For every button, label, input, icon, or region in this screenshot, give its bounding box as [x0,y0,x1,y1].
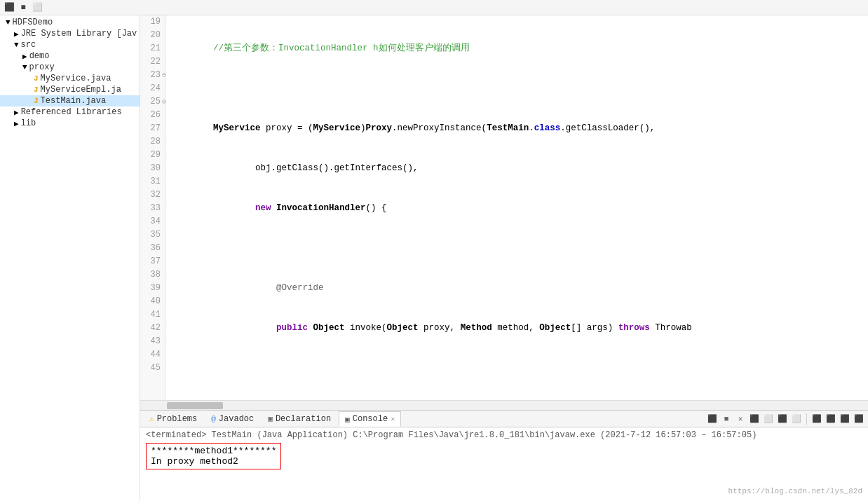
tab-action-buttons: ⬛ ■ ✕ ⬛ ⬜ ⬛ ⬜ ⬛ ⬛ ⬛ ⬛ [706,413,865,425]
code-line-23: new InvocationHandler() { [171,202,862,215]
sidebar-item-label-jre: JRE System Library [Jav [21,29,137,39]
ln-26: 26 [144,109,161,122]
ln-38: 38 [144,268,161,282]
h-scroll-thumb[interactable] [167,402,223,409]
code-content[interactable]: //第三个参数：InvocationHandler h如何处理客户端的调用 My… [165,15,868,400]
code-line-20 [171,82,862,95]
expand-icon-proxy: ▼ [22,63,27,71]
ln-21: 21 [144,42,161,55]
code-line-26: public Object invoke(Object proxy, Metho… [171,322,862,335]
ln-45: 45 [144,362,161,375]
tab-console-label: Console [353,414,388,424]
line-numbers: 19 20 21 22 23 24 25 26 27 28 29 30 31 3… [140,15,165,400]
expand-icon-src: ▼ [14,41,19,49]
ln-29: 29 [144,149,161,162]
sidebar-item-myserviceimpl[interactable]: J MyServiceEmpl.ja [0,84,140,95]
console-output: ********method1******** In proxy method2 [146,443,281,469]
ln-22: 22 [144,55,161,69]
h-scroll-track[interactable] [167,402,867,409]
ln-36: 36 [144,242,161,255]
code-line-24 [171,242,862,255]
sidebar-item-label-proxy: proxy [29,62,55,72]
watermark: https://blog.csdn.net/lys_82d [728,487,862,495]
console-output-box: ********method1******** In proxy method2 [146,443,862,469]
tab-problems[interactable]: ⚠ Problems [143,411,203,427]
tab-problems-label: Problems [157,414,198,424]
code-container[interactable]: 19 20 21 22 23 24 25 26 27 28 29 30 31 3… [140,15,868,400]
expand-icon: ▼ [6,18,11,27]
tab-javadoc-label: Javadoc [219,414,254,424]
sidebar-item-label-src: src [21,40,36,50]
code-line-21: MyService proxy = (MyService)Proxy.newPr… [171,122,862,135]
expand-icon-jre: ▶ [14,29,19,39]
action-pause[interactable]: ■ [720,413,733,425]
expand-icon-demo: ▶ [22,52,27,61]
sidebar-item-myservice[interactable]: J MyService.java [0,73,140,84]
sidebar-item-reflibs[interactable]: ▶ Referenced Libraries [0,107,140,118]
ln-39: 39 [144,282,161,295]
code-line-25: @Override [171,282,862,295]
sidebar-item-src[interactable]: ▼ src [0,39,140,50]
sidebar: ▼ HDFSDemo ▶ JRE System Library [Jav ▼ s… [0,15,140,501]
code-line-22: obj.getClass().getInterfaces(), [171,162,862,175]
top-toolbar: ⬛ ■ ⬜ [0,0,868,15]
ln-31: 31 [144,175,161,188]
sidebar-item-label-reflibs: Referenced Libraries [21,107,122,117]
code-line-27 [171,362,862,375]
tab-declaration-label: Declaration [276,414,331,424]
toolbar-btn-2[interactable]: ■ [17,1,29,14]
tab-javadoc[interactable]: @ Javadoc [205,411,260,427]
editor-area: 19 20 21 22 23 24 25 26 27 28 29 30 31 3… [140,15,868,501]
expand-icon-reflibs: ▶ [14,108,19,117]
ln-19: 19 [144,15,161,29]
action-pin[interactable]: ⬜ [790,413,803,425]
sidebar-item-hdfs-demo[interactable]: ▼ HDFSDemo [0,17,140,28]
action-stop[interactable]: ⬛ [706,413,719,425]
ln-30: 30 [144,162,161,175]
ln-32: 32 [144,188,161,202]
sidebar-item-label-testmain: TestMain.java [41,96,107,106]
ln-40: 40 [144,295,161,308]
action-clear[interactable]: ⬛ [748,413,761,425]
ln-37: 37 [144,255,161,268]
sidebar-item-label-impl: MyServiceEmpl.ja [41,85,121,95]
sidebar-item-demo[interactable]: ▶ demo [0,50,140,62]
action-debug[interactable]: ⬛ [853,413,865,425]
ln-27: 27 [144,122,161,135]
java-file-icon-2: J [34,85,39,94]
expand-icon-lib: ▶ [14,119,19,128]
divider-1 [806,413,807,425]
action-run[interactable]: ⬛ [839,413,851,425]
tab-declaration[interactable]: ▣ Declaration [262,411,337,427]
ln-23: 23 [144,69,161,82]
action-remove[interactable]: ✕ [734,413,747,425]
tab-console[interactable]: ▣ Console ✕ [339,411,401,427]
javadoc-icon: @ [211,415,216,423]
ln-42: 42 [144,322,161,335]
ln-25: 25 [144,95,161,109]
console-icon: ▣ [345,415,350,424]
console-line-1: ********method1******** [151,446,276,456]
sidebar-item-jre[interactable]: ▶ JRE System Library [Jav [0,28,140,39]
action-scroll-lock[interactable]: ⬜ [762,413,775,425]
problems-icon: ⚠ [149,414,154,423]
console-close-icon[interactable]: ✕ [391,415,395,423]
java-file-icon: J [34,74,39,83]
java-file-icon-3: J [34,97,39,105]
toolbar-btn-3[interactable]: ⬜ [31,1,43,14]
action-wrap[interactable]: ⬛ [776,413,789,425]
action-new-console[interactable]: ⬛ [811,413,823,425]
action-open[interactable]: ⬛ [825,413,837,425]
sidebar-item-label-lib: lib [21,118,36,128]
sidebar-item-lib[interactable]: ▶ lib [0,118,140,129]
toolbar-btn-1[interactable]: ⬛ [3,1,15,14]
sidebar-item-testmain[interactable]: J TestMain.java [0,95,140,107]
console-line-2: In proxy method2 [151,456,276,467]
ln-44: 44 [144,348,161,362]
ln-35: 35 [144,228,161,242]
sidebar-item-proxy[interactable]: ▼ proxy [0,62,140,73]
bottom-tabs-bar: ⚠ Problems @ Javadoc ▣ Declaration ▣ Con… [140,411,868,427]
declaration-icon: ▣ [268,414,273,423]
sidebar-item-label-demo: demo [29,51,50,61]
h-scrollbar[interactable] [140,400,868,410]
